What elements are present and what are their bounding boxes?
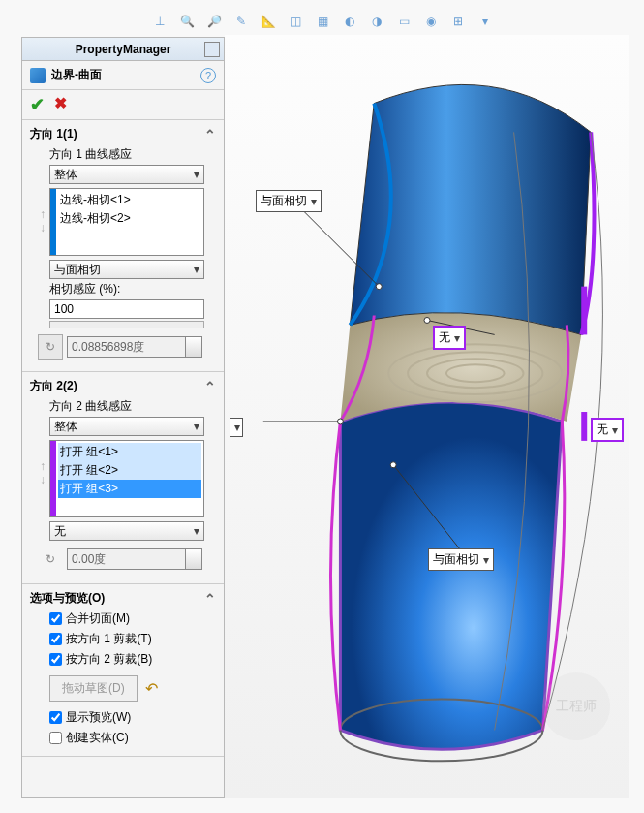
tool-icon[interactable]: ▦ [313,12,332,31]
tool-icon[interactable]: ◫ [286,12,305,31]
trim1-checkbox[interactable]: 按方向 1 剪裁(T) [49,631,216,647]
dir2-angle-input[interactable]: 0.00度 [67,548,202,570]
tool-icon[interactable]: ▾ [475,12,495,31]
angle-icon: ↻ [38,547,63,572]
collapse-icon[interactable]: ⌃ [204,379,216,394]
slider[interactable] [49,321,204,328]
angle-icon[interactable]: ↻ [38,334,63,360]
options-header[interactable]: 选项与预览(O) ⌃ [30,590,216,607]
tool-icon[interactable]: ◑ [367,12,386,31]
callout-tangent-2[interactable]: 与面相切 [428,548,494,571]
reorder-arrows[interactable]: ↑↓ [40,459,46,486]
tool-icon[interactable]: ▭ [394,12,414,31]
tool-icon[interactable]: 🔎 [204,12,224,31]
cancel-button[interactable]: ✖ [54,94,67,115]
dir2-header[interactable]: 方向 2(2) ⌃ [30,378,216,394]
direction2-section: 方向 2(2) ⌃ 方向 2 曲线感应 整体 ↑↓ 打开 组<1> 打开 组<2… [22,372,224,584]
svg-point-12 [337,419,343,424]
svg-point-10 [424,317,430,323]
svg-point-14 [390,462,396,468]
tangent-pct-input[interactable]: 100 [49,299,204,319]
collapse-icon[interactable]: ⌃ [204,127,216,142]
collapse-icon[interactable]: ⌃ [204,591,216,607]
help-icon[interactable]: ? [200,68,216,83]
list-item[interactable]: 边线-相切<2> [58,209,201,228]
merge-checkbox[interactable]: 合并切面(M) [49,610,216,627]
ok-button[interactable]: ✔ [30,94,45,115]
tangent-pct-label: 相切感应 (%): [49,281,216,297]
pm-header: PropertyManager [22,38,224,61]
dir1-edges-list[interactable]: 边线-相切<1> 边线-相切<2> [49,188,204,256]
list-item[interactable]: 打开 组<3> [58,480,201,498]
pin-icon[interactable] [204,42,220,57]
tool-icon[interactable]: 📐 [259,12,278,31]
reorder-arrows[interactable]: ↑↓ [40,207,46,235]
tool-icon[interactable]: ◉ [421,12,441,31]
view-toolbar: ⊥ 🔍 🔎 ✎ 📐 ◫ ▦ ◐ ◑ ▭ ◉ ⊞ ▾ [150,10,625,33]
dir1-header[interactable]: 方向 1(1) ⌃ [30,126,216,142]
list-item[interactable]: 打开 组<1> [58,443,201,461]
tool-icon[interactable]: ✎ [231,12,251,31]
callout-none-1[interactable]: 无 [433,326,466,350]
direction1-section: 方向 1(1) ⌃ 方向 1 曲线感应 整体 ↑↓ 边线-相切<1> 边线-相切… [22,120,224,372]
boundary-surface-icon [30,68,46,83]
svg-rect-6 [581,412,587,441]
dir1-curve-label: 方向 1 曲线感应 [49,146,216,163]
solid-checkbox[interactable]: 创建实体(C) [49,730,216,746]
preview-checkbox[interactable]: 显示预览(W) [49,709,216,726]
pm-title: PropertyManager [76,43,171,56]
dir2-curve-label: 方向 2 曲线感应 [49,398,216,415]
dir1-curve-dropdown[interactable]: 整体 [49,165,204,184]
dir1-tangent-dropdown[interactable]: 与面相切 [49,260,204,279]
property-panel: PropertyManager 边界-曲面 ? ✔ ✖ 方向 1(1) ⌃ 方向… [21,37,225,798]
trim2-checkbox[interactable]: 按方向 2 剪裁(B) [49,651,216,668]
watermark: 工程师 [542,672,610,740]
callout-tangent-1[interactable]: 与面相切 [256,190,322,212]
tool-icon[interactable]: 🔍 [177,12,197,31]
list-item[interactable]: 边线-相切<1> [58,191,201,209]
3d-viewport[interactable]: 与面相切 无 无 与面相切 工程师 [225,35,629,798]
action-row: ✔ ✖ [22,90,224,120]
svg-point-8 [376,284,382,290]
dir2-tangent-dropdown[interactable]: 无 [49,521,204,541]
feature-title-row: 边界-曲面 ? [22,61,224,90]
feature-title: 边界-曲面 [51,67,195,83]
tool-icon[interactable]: ⊥ [150,12,169,31]
callout-blank[interactable] [230,418,243,437]
list-item[interactable]: 打开 组<2> [58,461,201,480]
drag-sketch-button[interactable]: 拖动草图(D) [49,675,138,702]
dir1-angle-input[interactable]: 0.08856898度 [67,336,202,358]
svg-rect-5 [581,287,587,335]
tool-icon[interactable]: ⊞ [448,12,468,31]
options-section: 选项与预览(O) ⌃ 合并切面(M) 按方向 1 剪裁(T) 按方向 2 剪裁(… [22,584,224,757]
tool-icon[interactable]: ◐ [340,12,359,31]
undo-icon[interactable]: ↶ [145,679,158,698]
dir2-groups-list[interactable]: 打开 组<1> 打开 组<2> 打开 组<3> [49,440,204,517]
dir2-curve-dropdown[interactable]: 整体 [49,417,204,436]
callout-none-2[interactable]: 无 [591,418,624,442]
